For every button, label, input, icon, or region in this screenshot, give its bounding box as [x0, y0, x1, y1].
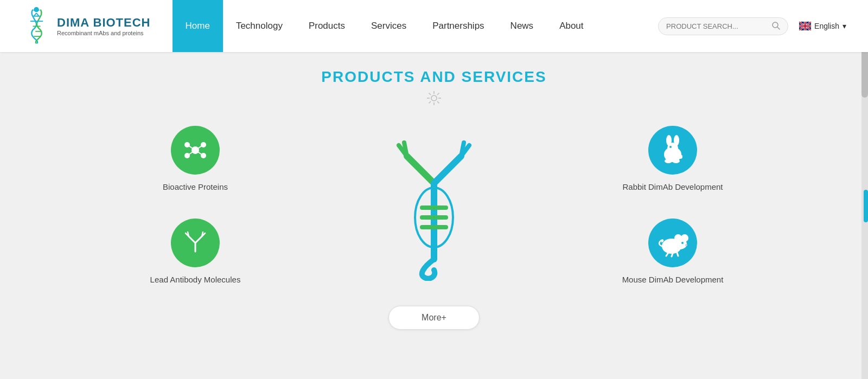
- svg-line-32: [189, 236, 195, 243]
- header: DIMA BIOTECH Recombinant mAbs and protei…: [0, 0, 868, 52]
- logo-icon: [22, 7, 52, 45]
- language-label: English: [814, 22, 839, 30]
- language-selector[interactable]: English ▾: [799, 22, 846, 30]
- search-input[interactable]: [666, 22, 771, 30]
- lead-antibody-label: Lead Antibody Molecules: [150, 275, 241, 284]
- decor-icon: [426, 90, 442, 106]
- dna-center-icon: [363, 129, 505, 281]
- product-mouse-dimab[interactable]: Mouse DimAb Development: [622, 219, 724, 284]
- logo[interactable]: DIMA BIOTECH Recombinant mAbs and protei…: [22, 7, 151, 45]
- product-lead-antibody[interactable]: Lead Antibody Molecules: [150, 219, 241, 284]
- nav-partnerships[interactable]: Partnerships: [419, 0, 497, 52]
- svg-line-46: [404, 143, 407, 156]
- svg-line-38: [407, 156, 434, 183]
- more-button[interactable]: More+: [388, 306, 480, 330]
- svg-point-56: [672, 159, 680, 163]
- svg-point-53: [669, 146, 672, 148]
- svg-line-18: [429, 93, 431, 95]
- svg-point-13: [431, 95, 437, 101]
- svg-point-54: [678, 155, 682, 159]
- rabbit-dimab-label: Rabbit DimAb Development: [622, 182, 723, 191]
- svg-point-62: [685, 244, 687, 246]
- nav-technology[interactable]: Technology: [223, 0, 296, 52]
- main-nav: Home Technology Products Services Partne…: [173, 0, 659, 52]
- products-grid: Bioactive Proteins: [108, 126, 760, 284]
- flag-icon: [799, 22, 811, 30]
- svg-point-52: [674, 135, 679, 146]
- search-icon[interactable]: [771, 21, 780, 31]
- mouse-dimab-circle: [648, 219, 697, 267]
- bioactive-proteins-circle: [171, 126, 220, 175]
- svg-point-55: [665, 159, 672, 163]
- center-dna-logo: [282, 129, 586, 281]
- svg-line-21: [429, 101, 431, 104]
- svg-line-65: [677, 253, 678, 256]
- lead-antibody-circle: [171, 219, 220, 267]
- right-products: Rabbit DimAb Development: [586, 126, 760, 284]
- svg-line-64: [672, 253, 673, 256]
- nav-products[interactable]: Products: [296, 0, 358, 52]
- search-bar: [658, 17, 788, 35]
- product-rabbit-dimab[interactable]: Rabbit DimAb Development: [622, 126, 723, 191]
- rabbit-icon: [656, 134, 689, 166]
- logo-name: DIMA BIOTECH: [57, 16, 151, 30]
- bioactive-proteins-label: Bioactive Proteins: [163, 182, 228, 191]
- mouse-dimab-label: Mouse DimAb Development: [622, 275, 724, 284]
- nav-about[interactable]: About: [546, 0, 596, 52]
- svg-point-61: [681, 242, 684, 244]
- antibody-icon: [181, 229, 209, 257]
- svg-point-51: [666, 135, 672, 146]
- scrollbar-accent: [864, 190, 868, 222]
- main-content: PRODUCTS AND SERVICES: [0, 52, 868, 351]
- nav-news[interactable]: News: [497, 0, 547, 52]
- left-products: Bioactive Proteins: [108, 126, 282, 284]
- svg-line-33: [195, 236, 202, 243]
- svg-line-11: [777, 27, 780, 29]
- language-dropdown-icon: ▾: [843, 22, 846, 30]
- svg-line-48: [461, 143, 464, 156]
- svg-point-59: [674, 234, 682, 242]
- more-button-wrap: More+: [0, 306, 868, 330]
- svg-line-20: [437, 93, 439, 95]
- section-title: PRODUCTS AND SERVICES: [0, 68, 868, 86]
- svg-line-39: [434, 156, 461, 183]
- rabbit-dimab-circle: [648, 126, 697, 175]
- mouse-icon: [656, 227, 689, 259]
- svg-line-63: [666, 253, 668, 256]
- svg-point-60: [681, 234, 688, 242]
- nav-home[interactable]: Home: [173, 0, 223, 52]
- nav-services[interactable]: Services: [358, 0, 419, 52]
- molecules-icon: [182, 137, 209, 164]
- logo-tagline: Recombinant mAbs and proteins: [57, 30, 151, 36]
- section-decor: [0, 90, 868, 110]
- svg-line-19: [437, 101, 439, 104]
- product-bioactive-proteins[interactable]: Bioactive Proteins: [163, 126, 228, 191]
